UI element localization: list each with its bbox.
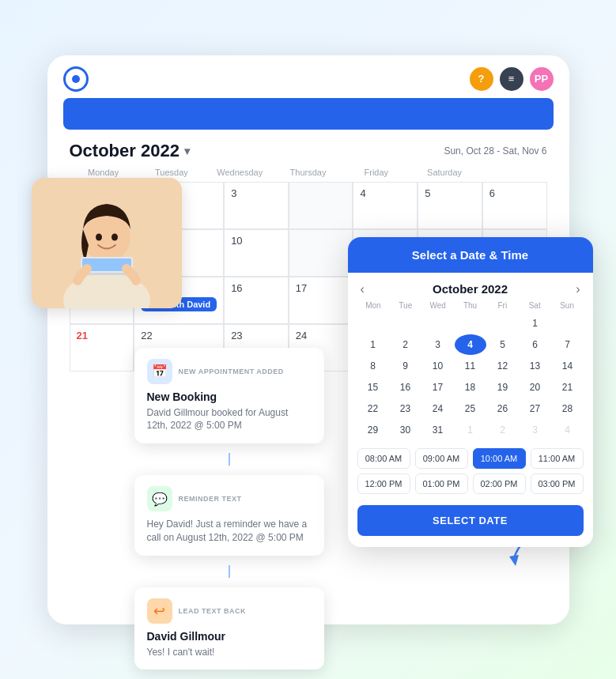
mini-cell[interactable]: 22: [357, 398, 389, 419]
mini-cell[interactable]: [552, 313, 584, 334]
notification-card-reminder: 💬 REMINDER TEXT Hey David! Just a remind…: [134, 475, 324, 556]
photo-overlay: [32, 178, 182, 308]
mini-cell[interactable]: 29: [357, 420, 389, 440]
picker-header: Select a Date & Time: [348, 237, 593, 273]
user-avatar[interactable]: PP: [530, 67, 554, 91]
select-date-button[interactable]: SELECT DATE: [357, 505, 584, 536]
notif-body-3: Yes! I can't wait!: [147, 646, 312, 659]
mini-cell[interactable]: 30: [390, 420, 421, 440]
mini-cell[interactable]: 17: [422, 377, 454, 398]
mini-cell[interactable]: 1: [520, 313, 551, 334]
notif-label-1: NEW APPOINTMENT ADDED: [179, 368, 284, 375]
mini-cell[interactable]: 7: [552, 334, 584, 355]
mini-cell[interactable]: 4: [552, 420, 584, 440]
reply-icon: ↩: [147, 598, 172, 624]
day-name-5: Saturday: [410, 164, 478, 180]
mini-day-5: Sat: [519, 300, 551, 311]
connector-line-2: [229, 565, 230, 578]
mini-cell[interactable]: 5: [487, 334, 519, 355]
mini-cell[interactable]: 11: [455, 356, 486, 376]
help-icon[interactable]: ?: [470, 67, 493, 91]
notification-card-lead: ↩ LEAD TEXT BACK David Gillmour Yes! I c…: [134, 587, 324, 670]
cal-cell[interactable]: 3: [224, 182, 289, 229]
cal-cell[interactable]: [289, 229, 353, 277]
mini-cell[interactable]: 27: [520, 398, 551, 419]
cal-cell[interactable]: 6: [482, 182, 547, 229]
mini-cell[interactable]: [455, 313, 486, 334]
mini-cell[interactable]: 26: [487, 398, 519, 419]
mini-cell[interactable]: [390, 313, 421, 334]
mini-cell[interactable]: 12: [487, 356, 519, 376]
mini-cal-month-label: October 2022: [433, 282, 508, 296]
mini-day-6: Sun: [551, 300, 584, 311]
mini-day-2: Wed: [421, 300, 454, 311]
mini-cell[interactable]: 21: [552, 377, 584, 398]
mini-cell[interactable]: 19: [487, 377, 519, 398]
mini-cell[interactable]: 16: [390, 377, 421, 398]
mini-cell[interactable]: 23: [390, 398, 421, 419]
mini-cell[interactable]: 31: [422, 420, 454, 440]
mini-cell-selected[interactable]: 4: [455, 334, 486, 355]
cal-cell[interactable]: 5: [418, 182, 482, 229]
connector-line: [229, 453, 230, 466]
date-time-picker: Select a Date & Time ‹ October 2022 › Mo…: [348, 237, 593, 547]
mini-cell[interactable]: 25: [455, 398, 486, 419]
mini-cell[interactable]: [357, 313, 389, 334]
mini-cell[interactable]: 13: [520, 356, 551, 376]
cal-cell[interactable]: 4: [353, 182, 418, 229]
mini-cell[interactable]: 3: [520, 420, 551, 440]
mini-cell[interactable]: 9: [390, 356, 421, 376]
mini-cell[interactable]: 1: [357, 334, 389, 355]
day-name-3: Thursday: [274, 164, 342, 180]
top-bar: ? ≡ PP: [47, 55, 569, 98]
time-slot-6[interactable]: 02:00 PM: [473, 473, 526, 494]
mini-cell[interactable]: 20: [520, 377, 551, 398]
mini-cell[interactable]: [422, 313, 454, 334]
mini-day-1: Tue: [389, 300, 421, 311]
notification-area: 📅 NEW APPOINTMENT ADDED New Booking Davi…: [134, 348, 324, 670]
time-slots: 08:00 AM 09:00 AM 10:00 AM 11:00 AM 12:0…: [348, 440, 593, 502]
cal-cell[interactable]: 16: [224, 277, 289, 324]
cal-cell[interactable]: [289, 182, 353, 229]
day-name-2: Wednesday: [206, 164, 274, 180]
time-slot-5[interactable]: 01:00 PM: [415, 473, 468, 494]
mini-cell[interactable]: 28: [552, 398, 584, 419]
mini-cell[interactable]: 6: [520, 334, 551, 355]
mini-cell[interactable]: 2: [390, 334, 421, 355]
mini-cell[interactable]: 24: [422, 398, 454, 419]
mini-cell[interactable]: 1: [455, 420, 486, 440]
time-slot-0[interactable]: 08:00 AM: [357, 448, 410, 469]
time-slot-4[interactable]: 12:00 PM: [357, 473, 410, 494]
time-slot-3[interactable]: 11:00 AM: [531, 448, 584, 469]
mini-cell[interactable]: 8: [357, 356, 389, 376]
prev-month-button[interactable]: ‹: [361, 282, 365, 296]
calendar-month-title[interactable]: October 2022 ▾: [70, 141, 190, 161]
svg-point-4: [111, 233, 118, 240]
time-slot-7[interactable]: 03:00 PM: [531, 473, 584, 494]
next-month-button[interactable]: ›: [576, 282, 580, 296]
main-card: ? ≡ PP October 2022 ▾ Sun, Oct 28 - Sat,…: [47, 55, 569, 624]
cal-cell[interactable]: 17: [289, 277, 353, 324]
mini-cell[interactable]: 14: [552, 356, 584, 376]
cal-cell[interactable]: 10: [224, 229, 289, 277]
mini-cell[interactable]: 3: [422, 334, 454, 355]
mini-day-0: Mon: [357, 300, 390, 311]
mini-cell[interactable]: 10: [422, 356, 454, 376]
svg-point-3: [96, 233, 102, 240]
mini-day-3: Thu: [454, 300, 486, 311]
top-icons: ? ≡ PP: [470, 67, 554, 91]
mini-day-names: Mon Tue Wed Thu Fri Sat Sun: [348, 300, 593, 311]
notification-card-appointment: 📅 NEW APPOINTMENT ADDED New Booking Davi…: [134, 348, 324, 444]
mini-cell[interactable]: [487, 313, 519, 334]
menu-icon[interactable]: ≡: [500, 67, 523, 91]
time-slot-1[interactable]: 09:00 AM: [415, 448, 468, 469]
mini-cell[interactable]: 18: [455, 377, 486, 398]
blue-bar: [63, 98, 554, 130]
mini-cell[interactable]: 15: [357, 377, 389, 398]
time-slot-2[interactable]: 10:00 AM: [473, 448, 526, 469]
notif-header-3: ↩ LEAD TEXT BACK: [147, 598, 312, 624]
mini-cell[interactable]: 2: [487, 420, 519, 440]
notif-body-2: Hey David! Just a reminder we have a cal…: [147, 518, 312, 545]
month-label: October 2022: [70, 141, 180, 161]
cal-cell[interactable]: 21: [70, 324, 134, 372]
